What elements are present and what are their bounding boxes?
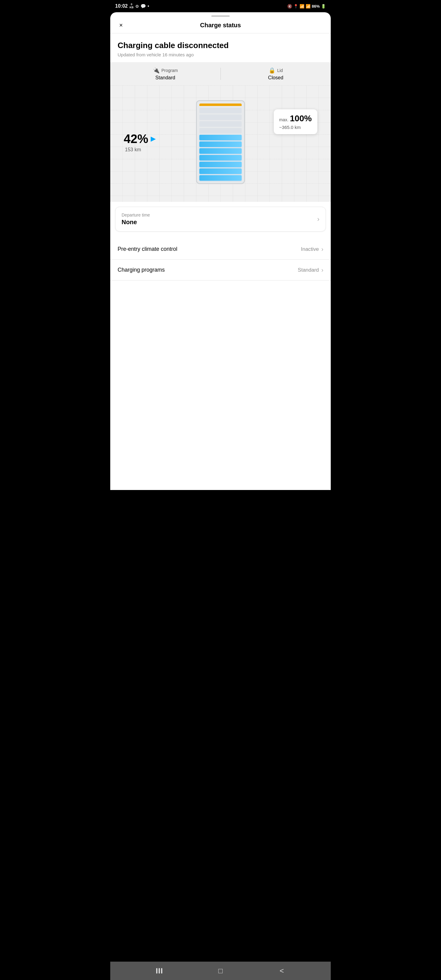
battery-body	[196, 100, 245, 184]
battery-percent: 86%	[312, 4, 320, 9]
battery-cell-empty-4	[199, 128, 242, 134]
charging-status-section: Charging cable disconnected Updated from…	[110, 33, 331, 62]
battery-visual-area: 42% ▶ 153 km	[110, 86, 331, 202]
lid-icon: 🔒	[269, 67, 275, 74]
battery-cell-filled-7	[199, 175, 242, 181]
header: × Charge status	[110, 17, 331, 33]
battery-cell-filled-3	[199, 148, 242, 154]
menu-item-charging-programs[interactable]: Charging programs Standard ›	[110, 260, 331, 280]
climate-value: Inactive	[301, 246, 319, 252]
mute-icon: 🔇	[287, 4, 292, 9]
status-right: 🔇 📍 📶 📶 86% 🔋	[287, 4, 326, 9]
wifi-icon: 📶	[299, 4, 304, 9]
departure-label: Departure time	[122, 213, 150, 218]
ring-icon: ⊙	[135, 4, 139, 9]
charging-status-title: Charging cable disconnected	[118, 41, 323, 50]
max-label: max.	[279, 117, 288, 122]
battery-top-bar	[199, 103, 242, 106]
status-data: 0 KB	[129, 3, 134, 9]
battery-cell-filled-5	[199, 162, 242, 167]
charging-programs-value: Standard	[298, 267, 319, 273]
battery-cell-filled-1	[199, 135, 242, 140]
dot-icon: •	[148, 4, 149, 9]
battery-cell-filled-6	[199, 169, 242, 174]
app-container: × Charge status Charging cable disconnec…	[110, 12, 331, 490]
battery-graphic	[196, 100, 245, 184]
departure-card[interactable]: Departure time None ›	[115, 207, 326, 232]
menu-section: Pre-entry climate control Inactive › Cha…	[110, 236, 331, 283]
battery-icon: 🔋	[321, 4, 326, 9]
current-charge-info: 42% ▶ 153 km	[124, 132, 155, 153]
charging-programs-chevron: ›	[321, 266, 323, 274]
charging-updated: Updated from vehicle 16 minutes ago	[118, 52, 323, 57]
program-icon: 🔌	[153, 67, 159, 74]
battery-cell-filled-4	[199, 155, 242, 161]
status-bar: 10:02 0 KB ⊙ 💬 • 🔇 📍 📶 📶 86% 🔋	[110, 0, 331, 12]
climate-chevron: ›	[321, 246, 323, 253]
max-info-bubble: max. 100% ~365.0 km	[274, 109, 317, 134]
departure-value: None	[122, 219, 150, 226]
status-time: 10:02	[115, 3, 128, 9]
battery-cell-filled-2	[199, 142, 242, 147]
status-left: 10:02 0 KB ⊙ 💬 •	[115, 3, 149, 9]
charge-km-value: 153 km	[125, 147, 141, 153]
lid-value: Closed	[268, 75, 283, 81]
charging-programs-label: Charging programs	[118, 267, 165, 273]
menu-item-climate[interactable]: Pre-entry climate control Inactive ›	[110, 239, 331, 260]
charge-percent-value: 42%	[124, 132, 148, 146]
battery-cells	[199, 108, 242, 181]
program-label: Program	[161, 68, 178, 73]
battery-cell-empty-1	[199, 108, 242, 113]
lid-label: Lid	[277, 68, 283, 73]
departure-info: Departure time None	[122, 213, 150, 226]
lid-info: 🔒 Lid Closed	[221, 67, 331, 81]
program-value: Standard	[155, 75, 175, 81]
charge-percent-display: 42% ▶	[124, 132, 155, 146]
location-icon: 📍	[293, 4, 298, 9]
max-km: ~365.0 km	[279, 125, 312, 130]
charge-arrow-icon: ▶	[151, 135, 155, 142]
battery-center: 42% ▶ 153 km	[118, 100, 323, 184]
battery-cell-empty-3	[199, 121, 242, 127]
climate-label: Pre-entry climate control	[118, 246, 177, 252]
close-button[interactable]: ×	[116, 21, 126, 30]
max-percent: 100%	[290, 114, 312, 123]
departure-chevron: ›	[317, 215, 319, 223]
info-bar: 🔌 Program Standard 🔒 Lid Closed	[110, 62, 331, 86]
message-icon: 💬	[140, 4, 146, 9]
battery-cell-empty-2	[199, 115, 242, 120]
signal-icon: 📶	[306, 4, 310, 9]
program-info: 🔌 Program Standard	[110, 67, 221, 81]
page-title: Charge status	[200, 22, 241, 29]
